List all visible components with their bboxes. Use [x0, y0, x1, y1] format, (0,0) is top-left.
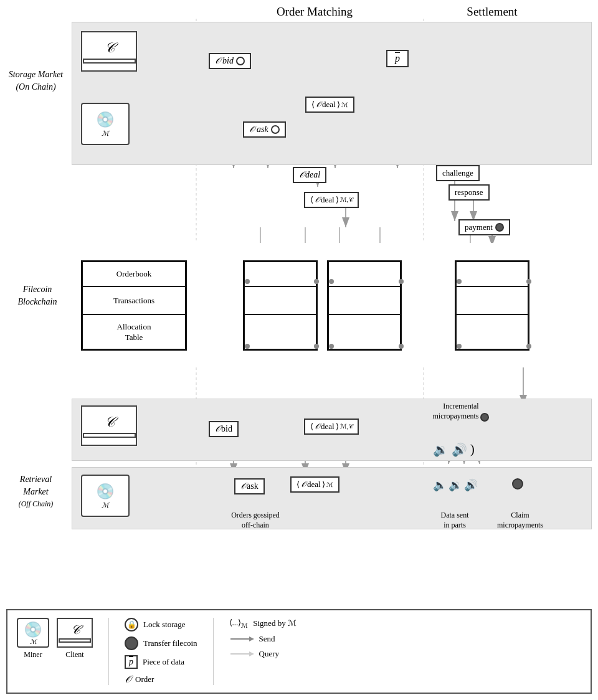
legend-send-label: Send [259, 634, 275, 644]
dot-block3-bot-left [329, 344, 334, 349]
legend: 💿 ℳ Miner 𝒞 Client 🔒 Lock storage [6, 609, 592, 694]
col-header-order-matching: Order Matching [206, 5, 424, 19]
legend-miner-icon: 💿 ℳ [17, 618, 49, 648]
o-deal-m-box-storage: ⟨𝒪deal⟩ℳ [305, 97, 354, 113]
o-bid-box-retrieval: 𝒪bid [209, 421, 239, 437]
legend-symbols-1: 🔒 Lock storage Transfer filecoin p Piece… [125, 618, 197, 685]
storage-market-label: Storage Market (On Chain) [3, 69, 69, 93]
dot-block3-top-right [399, 279, 404, 284]
dot-block4-bot-left [457, 344, 462, 349]
challenge-box: challenge [436, 165, 480, 181]
dot-block2-top-left [245, 279, 250, 284]
diagram-container: Order Matching Settlement Storage Market… [0, 0, 598, 700]
o-ask-box-retrieval: 𝒪ask [234, 478, 265, 494]
piece-data-box: p [386, 50, 409, 67]
o-ask-box-storage: 𝒪ask [243, 121, 286, 138]
data-sent-icons: 🔈🔉🔊 [433, 478, 478, 492]
blockchain-block-4 [455, 260, 529, 351]
o-deal-mc-box: ⟨𝒪deal⟩ℳ,𝒞 [304, 192, 359, 208]
incremental-micropayments-label: Incrementalmicropayments [427, 402, 495, 422]
svg-marker-42 [249, 636, 254, 641]
miner-hdd-retrieval: 💿 ℳ [81, 475, 130, 517]
orders-gossiped-label: Orders gossipedoff-chain [215, 511, 296, 530]
micropayment-icons: 🔉🔊) [433, 442, 475, 457]
dot-block2-bot-left [245, 344, 250, 349]
legend-signed-m-label: Signed by ℳ [253, 618, 297, 628]
legend-lock-label: Lock storage [143, 620, 186, 630]
col-header-settlement: Settlement [430, 5, 554, 19]
legend-actors: 💿 ℳ Miner 𝒞 Client [17, 618, 93, 660]
dot-block2-top-right [314, 279, 319, 284]
legend-order-label: Order [135, 674, 154, 684]
legend-miner-label: Miner [24, 650, 42, 660]
dot-block4-top-left [457, 279, 462, 284]
query-arrow-icon [229, 650, 254, 658]
data-sent-label: Data sentin parts [430, 511, 480, 530]
blockchain-block-1: Orderbook Transactions AllocationTable [81, 260, 187, 351]
legend-client-icon: 𝒞 [57, 618, 93, 648]
claim-micropayments-label: Claimmicropayments [492, 511, 548, 530]
dot-block4-top-right [526, 279, 531, 284]
svg-marker-44 [249, 651, 254, 656]
legend-symbols-2: ⟨...⟩ℳ Signed by ℳ Send Query [229, 618, 297, 659]
blockchain-block-3 [327, 260, 402, 351]
client-laptop-storage: 𝒞 [81, 31, 137, 72]
blockchain-block-2 [243, 260, 318, 351]
o-deal-m-box-retrieval: ⟨𝒪deal⟩ℳ [290, 476, 339, 493]
legend-client-label: Client [65, 650, 83, 660]
o-bid-box-storage: 𝒪bid [209, 53, 251, 69]
filecoin-blockchain-label: FilecoinBlockchain [3, 283, 72, 308]
o-deal-mc-box-retrieval: ⟨𝒪deal⟩ℳ,𝒞 [304, 419, 359, 435]
payment-box: payment [458, 219, 510, 235]
legend-piece-label: Piece of data [143, 657, 184, 667]
retrieval-market-label: RetrievalMarket(Off Chain) [3, 473, 69, 510]
storage-market-band [72, 22, 592, 165]
legend-transfer-label: Transfer filecoin [143, 638, 197, 648]
response-box: response [448, 184, 490, 201]
o-deal-box: 𝒪deal [293, 167, 326, 183]
claim-coin-icon [512, 478, 523, 490]
dot-block2-bot-right [314, 344, 319, 349]
dot-block3-top-left [329, 279, 334, 284]
dot-block3-bot-right [399, 344, 404, 349]
dot-block4-bot-right [526, 344, 531, 349]
miner-hdd-storage: 💿 ℳ [81, 103, 130, 145]
send-arrow-icon [229, 635, 254, 643]
legend-query-label: Query [259, 649, 280, 659]
client-laptop-retrieval: 𝒞 [81, 405, 137, 446]
